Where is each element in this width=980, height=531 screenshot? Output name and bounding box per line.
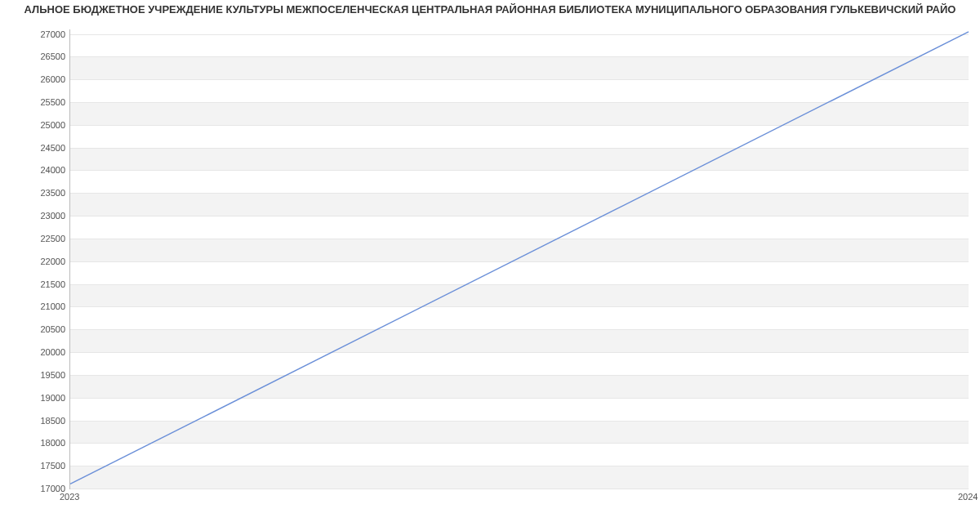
y-tick-label: 27000: [16, 29, 65, 39]
y-tick-label: 17000: [16, 484, 65, 493]
y-tick-label: 19500: [16, 370, 65, 380]
y-tick-label: 18500: [16, 416, 65, 426]
grid-line: [70, 489, 969, 489]
y-tick-label: 25000: [16, 120, 65, 130]
y-tick-label: 23500: [16, 188, 65, 198]
x-tick-label: 2024: [958, 492, 978, 502]
line-series: [70, 29, 969, 489]
y-tick-label: 19000: [16, 393, 65, 403]
y-tick-label: 17500: [16, 461, 65, 471]
y-tick-label: 18000: [16, 438, 65, 448]
y-tick-label: 20000: [16, 347, 65, 357]
y-tick-label: 26000: [16, 74, 65, 84]
y-tick-label: 22000: [16, 257, 65, 266]
chart-container: АЛЬНОЕ БЮДЖЕТНОЕ УЧРЕЖДЕНИЕ КУЛЬТУРЫ МЕЖ…: [0, 0, 980, 531]
y-tick-label: 21500: [16, 279, 65, 289]
y-tick-label: 25500: [16, 97, 65, 107]
plot-area: [69, 29, 969, 489]
y-tick-label: 21000: [16, 301, 65, 311]
y-tick-label: 24500: [16, 143, 65, 153]
y-tick-label: 24000: [16, 165, 65, 175]
y-tick-label: 23000: [16, 211, 65, 221]
y-tick-label: 22500: [16, 234, 65, 243]
x-tick-label: 2023: [60, 492, 79, 502]
chart-title: АЛЬНОЕ БЮДЖЕТНОЕ УЧРЕЖДЕНИЕ КУЛЬТУРЫ МЕЖ…: [0, 3, 980, 16]
y-tick-label: 26500: [16, 51, 65, 61]
y-tick-label: 20500: [16, 324, 65, 334]
